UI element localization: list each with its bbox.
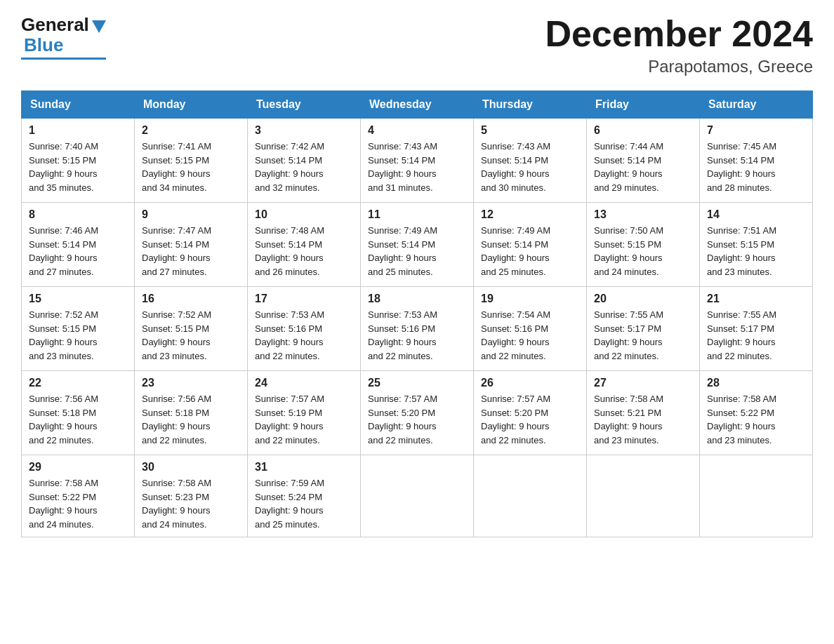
calendar-cell: 3 Sunrise: 7:42 AMSunset: 5:14 PMDayligh… (248, 119, 361, 203)
day-info: Sunrise: 7:49 AMSunset: 5:14 PMDaylight:… (368, 224, 466, 279)
calendar-cell: 4 Sunrise: 7:43 AMSunset: 5:14 PMDayligh… (361, 119, 474, 203)
calendar-cell: 13 Sunrise: 7:50 AMSunset: 5:15 PMDaylig… (587, 203, 700, 287)
calendar-cell: 28 Sunrise: 7:58 AMSunset: 5:22 PMDaylig… (700, 371, 813, 455)
calendar-cell: 26 Sunrise: 7:57 AMSunset: 5:20 PMDaylig… (474, 371, 587, 455)
calendar-cell: 7 Sunrise: 7:45 AMSunset: 5:14 PMDayligh… (700, 119, 813, 203)
header-saturday: Saturday (700, 91, 813, 119)
day-number: 15 (29, 293, 127, 305)
logo-triangle-icon (92, 20, 106, 33)
day-number: 25 (368, 377, 466, 389)
calendar-week-row: 22 Sunrise: 7:56 AMSunset: 5:18 PMDaylig… (22, 371, 813, 455)
calendar-table: SundayMondayTuesdayWednesdayThursdayFrid… (21, 90, 813, 537)
day-info: Sunrise: 7:58 AMSunset: 5:23 PMDaylight:… (142, 476, 240, 531)
calendar-cell: 23 Sunrise: 7:56 AMSunset: 5:18 PMDaylig… (135, 371, 248, 455)
day-number: 17 (255, 293, 353, 305)
day-number: 16 (142, 293, 240, 305)
logo-general-text: General (21, 14, 89, 36)
day-info: Sunrise: 7:44 AMSunset: 5:14 PMDaylight:… (594, 140, 692, 194)
calendar-cell (587, 455, 700, 537)
day-number: 9 (142, 208, 240, 221)
page-subtitle: Parapotamos, Greece (545, 57, 813, 76)
calendar-cell: 30 Sunrise: 7:58 AMSunset: 5:23 PMDaylig… (135, 455, 248, 537)
calendar-cell: 27 Sunrise: 7:58 AMSunset: 5:21 PMDaylig… (587, 371, 700, 455)
logo: General Blue (21, 14, 106, 60)
day-number: 6 (594, 124, 692, 137)
day-number: 20 (594, 293, 692, 305)
day-number: 28 (707, 377, 805, 389)
day-number: 30 (142, 461, 240, 474)
day-info: Sunrise: 7:55 AMSunset: 5:17 PMDaylight:… (594, 308, 692, 363)
day-number: 19 (481, 293, 579, 305)
day-info: Sunrise: 7:46 AMSunset: 5:14 PMDaylight:… (29, 224, 127, 279)
day-info: Sunrise: 7:40 AMSunset: 5:15 PMDaylight:… (29, 140, 127, 194)
calendar-week-row: 8 Sunrise: 7:46 AMSunset: 5:14 PMDayligh… (22, 203, 813, 287)
day-number: 29 (29, 461, 127, 474)
day-info: Sunrise: 7:43 AMSunset: 5:14 PMDaylight:… (481, 140, 579, 194)
day-info: Sunrise: 7:43 AMSunset: 5:14 PMDaylight:… (368, 140, 466, 194)
day-info: Sunrise: 7:55 AMSunset: 5:17 PMDaylight:… (707, 308, 805, 363)
day-info: Sunrise: 7:57 AMSunset: 5:20 PMDaylight:… (481, 392, 579, 447)
calendar-cell: 15 Sunrise: 7:52 AMSunset: 5:15 PMDaylig… (22, 287, 135, 371)
day-number: 13 (594, 208, 692, 221)
calendar-cell: 29 Sunrise: 7:58 AMSunset: 5:22 PMDaylig… (22, 455, 135, 537)
calendar-cell: 19 Sunrise: 7:54 AMSunset: 5:16 PMDaylig… (474, 287, 587, 371)
calendar-cell: 14 Sunrise: 7:51 AMSunset: 5:15 PMDaylig… (700, 203, 813, 287)
day-number: 7 (707, 124, 805, 137)
day-number: 22 (29, 377, 127, 389)
day-info: Sunrise: 7:50 AMSunset: 5:15 PMDaylight:… (594, 224, 692, 279)
header-sunday: Sunday (22, 91, 135, 119)
day-info: Sunrise: 7:47 AMSunset: 5:14 PMDaylight:… (142, 224, 240, 279)
day-number: 5 (481, 124, 579, 137)
day-info: Sunrise: 7:51 AMSunset: 5:15 PMDaylight:… (707, 224, 805, 279)
calendar-cell: 16 Sunrise: 7:52 AMSunset: 5:15 PMDaylig… (135, 287, 248, 371)
day-number: 12 (481, 208, 579, 221)
day-number: 14 (707, 208, 805, 221)
day-info: Sunrise: 7:54 AMSunset: 5:16 PMDaylight:… (481, 308, 579, 363)
day-info: Sunrise: 7:53 AMSunset: 5:16 PMDaylight:… (368, 308, 466, 363)
calendar-cell (700, 455, 813, 537)
header-thursday: Thursday (474, 91, 587, 119)
day-info: Sunrise: 7:56 AMSunset: 5:18 PMDaylight:… (29, 392, 127, 447)
calendar-cell: 18 Sunrise: 7:53 AMSunset: 5:16 PMDaylig… (361, 287, 474, 371)
calendar-cell: 11 Sunrise: 7:49 AMSunset: 5:14 PMDaylig… (361, 203, 474, 287)
calendar-cell: 2 Sunrise: 7:41 AMSunset: 5:15 PMDayligh… (135, 119, 248, 203)
calendar-cell (474, 455, 587, 537)
title-block: December 2024 Parapotamos, Greece (545, 14, 813, 76)
calendar-week-row: 29 Sunrise: 7:58 AMSunset: 5:22 PMDaylig… (22, 455, 813, 537)
day-info: Sunrise: 7:58 AMSunset: 5:22 PMDaylight:… (29, 476, 127, 531)
calendar-cell: 1 Sunrise: 7:40 AMSunset: 5:15 PMDayligh… (22, 119, 135, 203)
calendar-cell: 8 Sunrise: 7:46 AMSunset: 5:14 PMDayligh… (22, 203, 135, 287)
logo-underline (21, 58, 106, 60)
day-info: Sunrise: 7:57 AMSunset: 5:19 PMDaylight:… (255, 392, 353, 447)
day-info: Sunrise: 7:58 AMSunset: 5:22 PMDaylight:… (707, 392, 805, 447)
day-info: Sunrise: 7:42 AMSunset: 5:14 PMDaylight:… (255, 140, 353, 194)
header-wednesday: Wednesday (361, 91, 474, 119)
header-tuesday: Tuesday (248, 91, 361, 119)
day-number: 8 (29, 208, 127, 221)
calendar-week-row: 1 Sunrise: 7:40 AMSunset: 5:15 PMDayligh… (22, 119, 813, 203)
calendar-cell: 31 Sunrise: 7:59 AMSunset: 5:24 PMDaylig… (248, 455, 361, 537)
calendar-week-row: 15 Sunrise: 7:52 AMSunset: 5:15 PMDaylig… (22, 287, 813, 371)
day-info: Sunrise: 7:48 AMSunset: 5:14 PMDaylight:… (255, 224, 353, 279)
calendar-cell: 20 Sunrise: 7:55 AMSunset: 5:17 PMDaylig… (587, 287, 700, 371)
day-number: 23 (142, 377, 240, 389)
day-number: 2 (142, 124, 240, 137)
calendar-cell: 24 Sunrise: 7:57 AMSunset: 5:19 PMDaylig… (248, 371, 361, 455)
day-info: Sunrise: 7:58 AMSunset: 5:21 PMDaylight:… (594, 392, 692, 447)
day-info: Sunrise: 7:59 AMSunset: 5:24 PMDaylight:… (255, 476, 353, 531)
day-number: 27 (594, 377, 692, 389)
calendar-cell (361, 455, 474, 537)
calendar-cell: 22 Sunrise: 7:56 AMSunset: 5:18 PMDaylig… (22, 371, 135, 455)
day-number: 1 (29, 124, 127, 137)
day-info: Sunrise: 7:49 AMSunset: 5:14 PMDaylight:… (481, 224, 579, 279)
page-header: General Blue December 2024 Parapotamos, … (21, 14, 813, 76)
calendar-header-row: SundayMondayTuesdayWednesdayThursdayFrid… (22, 91, 813, 119)
calendar-cell: 12 Sunrise: 7:49 AMSunset: 5:14 PMDaylig… (474, 203, 587, 287)
day-info: Sunrise: 7:56 AMSunset: 5:18 PMDaylight:… (142, 392, 240, 447)
day-number: 11 (368, 208, 466, 221)
page-title: December 2024 (545, 14, 813, 54)
calendar-cell: 6 Sunrise: 7:44 AMSunset: 5:14 PMDayligh… (587, 119, 700, 203)
header-monday: Monday (135, 91, 248, 119)
calendar-cell: 9 Sunrise: 7:47 AMSunset: 5:14 PMDayligh… (135, 203, 248, 287)
day-number: 21 (707, 293, 805, 305)
